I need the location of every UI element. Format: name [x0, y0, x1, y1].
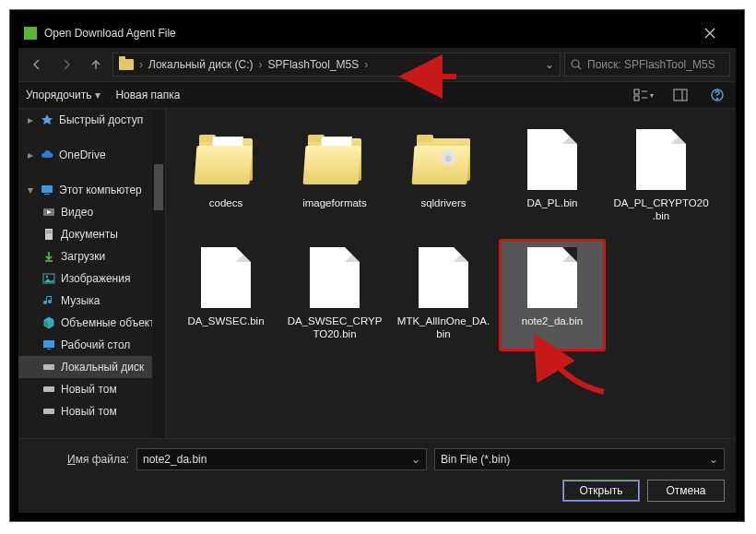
svg-point-24: [46, 276, 49, 279]
sidebar-item-pictures[interactable]: Изображения: [18, 267, 165, 290]
close-icon: [704, 28, 715, 39]
file-icon: [636, 129, 686, 190]
close-button[interactable]: [690, 18, 730, 48]
desktop-icon: [42, 338, 55, 351]
chevron-right-icon: ›: [259, 58, 263, 71]
address-row: › Локальный диск (C:) › SPFlashTool_M5S …: [18, 48, 736, 81]
chevron-right-icon: ›: [364, 58, 368, 71]
sidebar-item-new-volume-2[interactable]: Новый том: [18, 400, 165, 422]
svg-rect-28: [43, 340, 54, 348]
nav-forward-button[interactable]: [53, 52, 79, 77]
sidebar-item-quick-access[interactable]: ▸Быстрый доступ: [18, 109, 165, 131]
file-item[interactable]: DA_PL.bin: [500, 122, 605, 232]
svg-point-3: [572, 60, 579, 67]
scrollbar-vertical[interactable]: [152, 109, 165, 438]
folder-icon: [195, 135, 256, 184]
view-options-button[interactable]: ▾: [632, 85, 655, 105]
svg-rect-9: [674, 89, 687, 101]
file-open-dialog: Open Download Agent File › Локальный дис…: [18, 18, 736, 513]
search-icon: [571, 59, 582, 70]
svg-rect-20: [46, 232, 52, 233]
file-label: MTK_AllInOne_DA.bin: [391, 315, 496, 341]
search-input[interactable]: Поиск: SPFlashTool_M5S: [564, 53, 730, 77]
chevron-down-icon: ▾: [95, 89, 100, 101]
preview-pane-button[interactable]: [669, 85, 691, 105]
filename-label: Имя файла:: [30, 453, 129, 466]
search-placeholder: Поиск: SPFlashTool_M5S: [587, 58, 715, 71]
disk-icon: [42, 405, 55, 418]
file-item[interactable]: DA_SWSEC_CRYPTO20.bin: [282, 240, 387, 350]
new-folder-button[interactable]: Новая папка: [115, 89, 180, 101]
file-icon: [310, 247, 360, 308]
breadcrumb-folder[interactable]: SPFlashTool_M5S: [268, 58, 360, 71]
folder-icon: [413, 135, 474, 184]
download-icon: [42, 250, 55, 263]
titlebar: Open Download Agent File: [18, 18, 736, 48]
file-label: DA_SWSEC.bin: [183, 315, 267, 328]
svg-rect-6: [634, 96, 639, 101]
sidebar-item-desktop[interactable]: Рабочий стол: [18, 334, 165, 356]
sidebar-item-new-volume-1[interactable]: Новый том: [18, 378, 165, 400]
chevron-right-icon: ›: [139, 58, 143, 71]
sidebar-item-downloads[interactable]: Загрузки: [18, 245, 165, 267]
sidebar-item-onedrive[interactable]: ▸OneDrive: [18, 144, 165, 166]
file-item[interactable]: DA_PL_CRYPTO20.bin: [608, 122, 714, 232]
organize-button[interactable]: Упорядочить ▾: [26, 89, 100, 101]
file-item-selected[interactable]: note2_da.bin: [500, 240, 605, 350]
breadcrumb-drive[interactable]: Локальный диск (C:): [148, 58, 254, 71]
file-label: imageformats: [299, 197, 371, 210]
star-icon: [41, 113, 53, 126]
svg-point-33: [52, 388, 53, 390]
cloud-icon: [41, 148, 53, 161]
file-label: codecs: [206, 197, 246, 210]
file-item[interactable]: codecs: [173, 122, 278, 232]
sidebar-item-music[interactable]: Музыка: [18, 290, 165, 312]
file-icon: [419, 247, 468, 308]
file-label: DA_SWSEC_CRYPTO20.bin: [282, 315, 387, 341]
window-title: Open Download Agent File: [44, 27, 690, 40]
disk-icon: [42, 361, 55, 374]
svg-rect-5: [634, 89, 639, 94]
file-label: sqldrivers: [417, 197, 469, 210]
chevron-down-icon[interactable]: ⌄: [709, 453, 718, 466]
dialog-footer: Имя файла: note2_da.bin ⌄ Bin File (*.bi…: [18, 438, 736, 513]
sidebar-item-3d-objects[interactable]: Объемные объекты: [18, 312, 165, 334]
chevron-down-icon[interactable]: ⌄: [411, 453, 420, 466]
nav-up-button[interactable]: [83, 52, 109, 77]
file-list[interactable]: codecs imageformats sqldrivers DA_PL.bin: [166, 109, 736, 438]
sidebar-item-videos[interactable]: Видео: [18, 201, 165, 223]
chevron-down-icon[interactable]: ⌄: [545, 58, 554, 71]
breadcrumb[interactable]: › Локальный диск (C:) › SPFlashTool_M5S …: [112, 53, 561, 77]
file-icon: [527, 129, 577, 190]
file-item[interactable]: DA_SWSEC.bin: [173, 240, 278, 350]
svg-line-4: [578, 66, 581, 69]
file-item[interactable]: imageformats: [282, 122, 387, 232]
sidebar-item-this-pc[interactable]: ▾Этот компьютер: [18, 179, 165, 201]
file-type-filter[interactable]: Bin File (*.bin) ⌄: [434, 448, 725, 470]
svg-rect-15: [44, 194, 50, 195]
documents-icon: [42, 228, 55, 241]
nav-back-button[interactable]: [24, 52, 50, 77]
disk-icon: [42, 383, 55, 396]
sidebar-item-documents[interactable]: Документы: [18, 223, 165, 245]
file-icon: [527, 247, 577, 308]
dialog-body: ▸Быстрый доступ ▸OneDrive ▾Этот компьюте…: [18, 109, 736, 438]
pc-icon: [41, 184, 53, 196]
image-icon: [42, 272, 55, 285]
gear-icon: [435, 146, 461, 172]
svg-point-12: [717, 99, 718, 100]
svg-point-37: [445, 156, 452, 162]
open-button[interactable]: Открыть: [562, 480, 640, 502]
file-item[interactable]: MTK_AllInOne_DA.bin: [391, 240, 496, 350]
filename-input[interactable]: note2_da.bin ⌄: [136, 448, 427, 470]
sidebar: ▸Быстрый доступ ▸OneDrive ▾Этот компьюте…: [18, 109, 166, 438]
sidebar-item-local-disk[interactable]: Локальный диск: [18, 356, 165, 378]
svg-rect-29: [47, 349, 51, 350]
cancel-button[interactable]: Отмена: [647, 480, 725, 502]
svg-rect-19: [46, 231, 52, 231]
file-label: DA_PL_CRYPTO20.bin: [608, 197, 714, 223]
file-item[interactable]: sqldrivers: [391, 122, 496, 232]
help-button[interactable]: [706, 85, 728, 105]
file-label: DA_PL.bin: [524, 197, 582, 210]
folder-icon: [304, 135, 365, 184]
